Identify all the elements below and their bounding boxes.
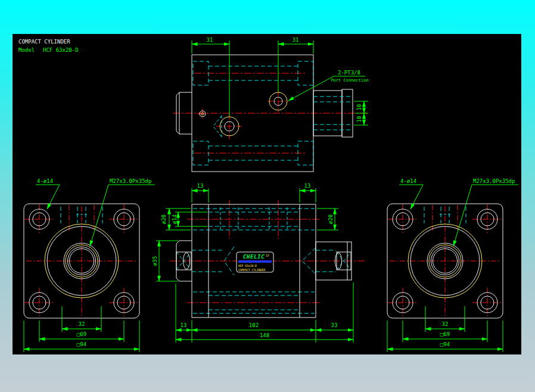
dim-69-left: □69: [77, 331, 86, 337]
dim-d35: ø35: [152, 256, 158, 266]
desktop-background: COMPACT CYLINDER ModelHCF 63x20-D: [0, 0, 535, 392]
thread-callout-right: M27x3.0Px35dp: [473, 178, 515, 184]
cad-drawing: COMPACT CYLINDER ModelHCF 63x20-D: [0, 0, 535, 392]
dim-31-right: 31: [293, 37, 299, 43]
nameplate-stripe: [238, 260, 272, 263]
holes-callout-left: 4-ø14: [37, 178, 53, 184]
port-callout-sub: Port Connection: [331, 78, 368, 83]
drawing-canvas: [13, 34, 521, 354]
dim-13-top-right: 13: [304, 183, 311, 189]
nameplate-model: HCF 63x20-D: [238, 264, 257, 267]
dim-32-right: 32: [442, 321, 449, 327]
port-callout: 2-PT3/8: [338, 70, 360, 76]
dim-d20-right: ø20: [328, 214, 334, 224]
dim-32-left: 32: [79, 321, 85, 327]
dim-13-top-left: 13: [197, 183, 204, 189]
dim-d20-left: ø20: [161, 214, 167, 224]
dim-13-bottom: 13: [181, 322, 187, 328]
drawing-title: COMPACT CYLINDER: [18, 39, 70, 45]
dim-94-left: □94: [77, 341, 86, 347]
model-value: HCF 63x20-D: [43, 47, 79, 53]
nameplate-product: COMPACT CYLINDER: [238, 268, 266, 272]
dim-102: 102: [249, 322, 259, 328]
nameplate-brand: CHELIC: [243, 253, 265, 260]
dim-10-upper: 10: [356, 104, 362, 111]
dim-31-left: 31: [207, 37, 213, 43]
nameplate-mark: 37: [266, 254, 269, 257]
holes-callout-right: 4-ø14: [400, 178, 416, 184]
thread-callout-left: M27x3.0Px35dp: [110, 178, 151, 184]
nameplate: CHELIC 37 HCF 63x20-D COMPACT CYLINDER: [237, 252, 273, 272]
dim-148: 148: [260, 332, 269, 338]
dim-10-lower: 10: [356, 116, 362, 123]
model-label: Model: [18, 47, 35, 53]
dim-94-right: □94: [440, 341, 450, 347]
dim-d14: ø14: [172, 214, 178, 224]
dim-33: 33: [331, 322, 338, 328]
model-line: ModelHCF 63x20-D: [18, 47, 79, 53]
dim-69-right: □69: [440, 331, 450, 337]
